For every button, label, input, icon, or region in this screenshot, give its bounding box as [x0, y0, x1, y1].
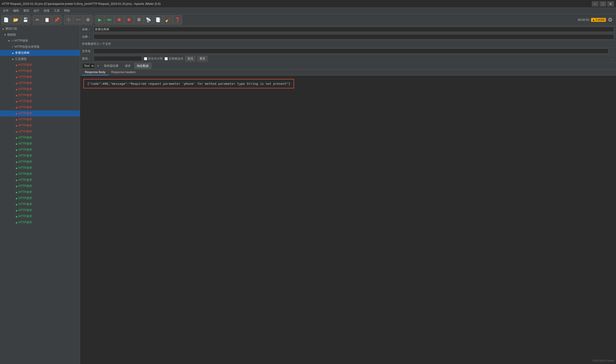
toolbar-status: 00:00:53 ▲ 0 0/200 ⚙: [578, 17, 615, 23]
list-item[interactable]: ● HTTP请求: [0, 201, 80, 207]
list-item[interactable]: ● HTTP请求: [0, 135, 80, 141]
run-button[interactable]: ▶: [95, 15, 105, 25]
menu-find[interactable]: 查找: [21, 8, 31, 13]
jmeter-icon: ⚙: [608, 17, 613, 23]
toolbar: 📄 📂 💾 ✂ 📋 📌 ➕ ➖ ⚙ ▶ ⏭ ⏹ ⏺ 🖥 📡 📑 🧹 ❓ 00:0…: [0, 14, 616, 26]
stop-button[interactable]: ⏹: [115, 15, 124, 25]
separator-2: [63, 16, 63, 24]
list-item[interactable]: ● HTTP请求: [0, 80, 80, 86]
comment-input[interactable]: [94, 34, 614, 39]
run-all-button[interactable]: ⏭: [105, 15, 114, 25]
remote-button[interactable]: 🖥: [134, 15, 143, 25]
list-item[interactable]: ● HTTP请求: [0, 68, 80, 74]
tree-item-thread-group[interactable]: ▼ 线程组: [0, 32, 80, 38]
add-button[interactable]: ➕: [64, 15, 73, 25]
search-row: 查找： 区分大小写 正则表达式 查找 重置 ...: [80, 55, 616, 63]
request-label: HTTP请求: [18, 117, 32, 122]
list-item[interactable]: ● HTTP请求: [0, 98, 80, 104]
request-label: HTTP请求: [18, 160, 32, 164]
menu-tools[interactable]: 工具: [52, 8, 62, 13]
status-bullet: ●: [15, 118, 17, 121]
tree-item-result-tree[interactable]: ▲ 查看结果树: [0, 50, 80, 56]
list-item[interactable]: ● HTTP请求: [0, 159, 80, 165]
reset-button[interactable]: 重置: [197, 56, 207, 61]
list-item[interactable]: ● HTTP请求: [0, 153, 80, 159]
list-item-selected[interactable]: ● HTTP请求: [0, 110, 80, 117]
tab-request[interactable]: 请求: [122, 63, 133, 69]
list-item[interactable]: ● HTTP请求: [0, 92, 80, 98]
sub-tab-response-headers[interactable]: Response headers: [108, 69, 139, 75]
list-item[interactable]: ● HTTP请求: [0, 123, 80, 129]
minimize-button[interactable]: ─: [592, 1, 599, 7]
request-label: HTTP请求: [18, 178, 32, 182]
tab-sampler-result[interactable]: 取样器结果: [101, 63, 121, 69]
file-name-input[interactable]: [94, 48, 609, 54]
status-bullet: ●: [15, 191, 17, 194]
request-label: HTTP请求: [18, 208, 32, 212]
request-label: HTTP请求: [18, 184, 32, 188]
search-input[interactable]: [94, 56, 142, 61]
regex-checkbox[interactable]: [164, 57, 168, 60]
tree-item-header-manager[interactable]: ✗ HTTP信息头管理器: [0, 44, 80, 50]
text-dropdown[interactable]: Text: [82, 63, 95, 69]
list-item[interactable]: ● HTTP请求: [0, 62, 80, 68]
status-time: 00:00:53: [578, 18, 589, 22]
list-item[interactable]: ● HTTP请求: [0, 74, 80, 80]
request-label: HTTP请求: [18, 130, 32, 134]
cut-button[interactable]: ✂: [33, 15, 42, 25]
open-button[interactable]: 📂: [11, 15, 20, 25]
status-bullet: ●: [15, 94, 17, 97]
remove-button[interactable]: ➖: [74, 15, 83, 25]
save-button[interactable]: 💾: [21, 15, 30, 25]
list-item[interactable]: ● HTTP请求: [0, 147, 80, 153]
settings-button[interactable]: ⚙: [83, 15, 93, 25]
name-label: 名称：: [82, 27, 92, 31]
new-button[interactable]: 📄: [1, 15, 11, 25]
list-item[interactable]: ● HTTP请求: [0, 183, 80, 189]
list-item[interactable]: ● HTTP请求: [0, 129, 80, 135]
cross-icon: ✗: [12, 46, 14, 48]
list-item[interactable]: ● HTTP请求: [0, 86, 80, 92]
tab-response-data[interactable]: 响应数据: [134, 63, 151, 69]
help-button[interactable]: ❓: [173, 15, 182, 25]
menu-run[interactable]: 运行: [31, 8, 41, 13]
content-area: Response Body Response headers {"code":4…: [80, 69, 616, 364]
menu-file[interactable]: 文件: [1, 8, 11, 13]
status-bullet: ●: [15, 184, 17, 188]
menu-help[interactable]: 帮助: [62, 8, 72, 13]
clear-button[interactable]: 🧹: [163, 15, 172, 25]
name-input[interactable]: [94, 27, 614, 32]
list-item[interactable]: ● HTTP请求: [0, 104, 80, 110]
remote-stop-button[interactable]: 📡: [144, 15, 153, 25]
status-bullet: ●: [15, 106, 17, 109]
tree-item-test-plan[interactable]: ▲ 测试计划: [0, 26, 80, 32]
tree-label: 查看结果树: [15, 51, 29, 55]
status-bullet: ●: [15, 76, 17, 79]
close-button[interactable]: ✕: [607, 1, 614, 7]
paste-button[interactable]: 📌: [52, 15, 61, 25]
status-bullet: ●: [15, 179, 17, 182]
list-item[interactable]: ● HTTP请求: [0, 117, 80, 123]
template-button[interactable]: 📑: [153, 15, 163, 25]
sub-tab-response-body[interactable]: Response Body: [82, 69, 108, 75]
list-item[interactable]: ● HTTP请求: [0, 171, 80, 177]
stop-now-button[interactable]: ⏺: [124, 15, 134, 25]
list-item[interactable]: ● HTTP请求: [0, 220, 80, 225]
request-label: HTTP请求: [18, 75, 32, 79]
menu-edit[interactable]: 编辑: [11, 8, 21, 13]
case-checkbox[interactable]: [144, 57, 147, 60]
list-item[interactable]: ● HTTP请求: [0, 141, 80, 147]
arrow-icon: ▼: [8, 39, 10, 42]
tree-item-summary-report[interactable]: ▲ 汇总报告: [0, 56, 80, 62]
list-item[interactable]: ● HTTP请求: [0, 189, 80, 195]
tree-item-http-request[interactable]: ▼ ✓/ HTTP请求: [0, 38, 80, 44]
list-item[interactable]: ● HTTP请求: [0, 177, 80, 183]
copy-button[interactable]: 📋: [42, 15, 52, 25]
menu-options[interactable]: 选项: [42, 8, 51, 13]
find-button[interactable]: 查找: [185, 56, 195, 61]
maximize-button[interactable]: □: [600, 1, 606, 7]
list-item[interactable]: ● HTTP请求: [0, 213, 80, 220]
list-item[interactable]: ● HTTP请求: [0, 207, 80, 213]
list-item[interactable]: ● HTTP请求: [0, 165, 80, 171]
list-item[interactable]: ● HTTP请求: [0, 195, 80, 201]
